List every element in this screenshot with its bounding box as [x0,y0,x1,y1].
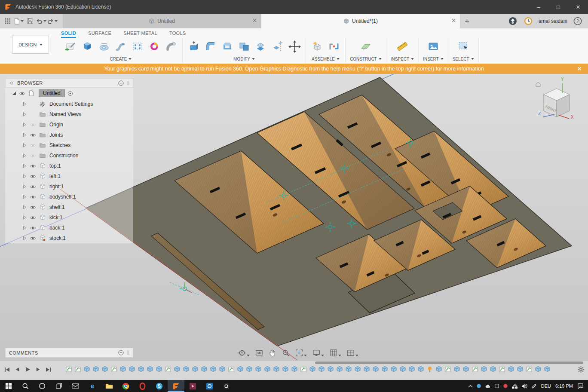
panel-grip-icon[interactable] [127,81,129,86]
body-feature-icon[interactable] [390,366,397,373]
body-feature-icon[interactable] [399,366,406,373]
body-feature-icon[interactable] [508,366,514,373]
move-copy-icon[interactable] [288,39,301,54]
language-indicator[interactable]: DEU [541,383,551,389]
body-feature-icon[interactable] [201,366,208,373]
body-feature-icon[interactable] [282,366,289,373]
body-feature-icon[interactable] [345,366,352,373]
body-feature-icon[interactable] [119,366,126,373]
visibility-eye-icon[interactable] [30,164,37,168]
ribbon-group-label[interactable]: CONSTRUCT [350,57,382,61]
browser-item-kick-1[interactable]: kick:1 [5,212,133,223]
browser-panel-header[interactable]: BROWSER [5,78,133,88]
body-feature-icon[interactable] [138,366,144,373]
save-button[interactable] [25,15,35,27]
body-feature-icon[interactable] [219,366,226,373]
display-settings-button[interactable] [312,348,325,358]
body-feature-icon[interactable] [535,366,542,373]
visibility-eye-icon[interactable] [30,205,37,210]
browser-item-back-1[interactable]: back:1 [5,223,133,233]
body-feature-icon[interactable] [92,366,99,373]
press-pull-icon[interactable] [187,39,201,54]
user-name[interactable]: amal saidani [539,18,567,24]
body-feature-icon[interactable] [435,366,442,373]
taskbar-app-blue-icon[interactable] [201,380,218,392]
sketch-feature-icon[interactable] [444,366,451,373]
visibility-eye-icon[interactable] [30,153,37,158]
expand-chevron-icon[interactable] [22,122,27,127]
grid-display-button[interactable] [329,348,342,358]
expand-chevron-icon[interactable] [22,133,27,137]
pipe-icon[interactable] [164,39,178,54]
browser-item-shelf-1[interactable]: shelf:1 [5,202,133,212]
sketch-feature-icon[interactable] [526,366,533,373]
close-tab-icon[interactable] [253,18,257,22]
body-feature-icon[interactable] [381,366,388,373]
ribbon-group-label[interactable]: SELECT [453,57,474,61]
taskbar-mail-icon[interactable] [67,380,84,392]
sketch-feature-icon[interactable] [499,366,505,373]
timeline-settings-gear-icon[interactable] [577,366,585,373]
ribbon-tab-surface[interactable]: SURFACE [88,28,111,38]
taskbar-fusion-360-icon[interactable] [168,380,184,392]
taskbar-skype-icon[interactable]: S [151,380,168,392]
browser-item-joints[interactable]: Joints [5,130,133,140]
action-center-icon[interactable] [577,383,584,389]
expand-chevron-icon[interactable] [22,226,27,230]
expand-chevron-icon[interactable] [22,184,27,189]
visibility-eye-icon[interactable] [19,91,26,96]
taskbar-task-view-icon[interactable] [50,380,67,392]
close-tab-icon[interactable] [452,18,456,22]
ribbon-group-label[interactable]: CREATE [110,57,132,61]
workspace-selector[interactable]: DESIGN [12,36,49,54]
body-feature-icon[interactable] [363,366,370,373]
body-feature-icon[interactable] [327,366,334,373]
body-feature-icon[interactable] [210,366,217,373]
pin-feature-icon[interactable] [426,366,433,373]
taskbar-clock[interactable]: 6:19 PM [555,383,573,389]
split-body-icon[interactable] [271,39,285,54]
expand-chevron-icon[interactable] [22,112,27,116]
body-feature-icon[interactable] [336,366,343,373]
pan-button[interactable] [268,348,277,358]
play-button[interactable] [24,367,31,372]
browser-item-bodyshelf-1[interactable]: bodyshelf:1 [5,192,133,202]
expand-triangle-icon[interactable] [12,91,16,95]
collapse-panel-icon[interactable] [9,81,14,85]
measure-icon[interactable] [395,39,409,54]
body-feature-icon[interactable] [490,366,496,373]
sketch-feature-icon[interactable] [165,366,172,373]
close-banner-icon[interactable]: ✕ [577,65,582,72]
body-feature-icon[interactable] [291,366,298,373]
ribbon-group-label[interactable]: INSPECT [391,57,414,61]
body-feature-icon[interactable] [156,366,162,373]
body-feature-icon[interactable] [192,366,199,373]
extrude-icon[interactable] [80,39,94,54]
comments-panel[interactable]: COMMENTS [5,348,133,358]
job-status-clock-icon[interactable] [523,15,533,27]
taskbar-chrome-icon[interactable] [117,380,134,392]
step-back-button[interactable] [15,367,20,372]
body-feature-icon[interactable] [309,366,316,373]
offset-face-icon[interactable] [254,39,268,54]
visibility-eye-icon[interactable] [30,215,37,220]
body-feature-icon[interactable] [246,366,253,373]
new-component-icon[interactable] [310,39,324,54]
visibility-eye-icon[interactable] [30,174,37,179]
pen-icon[interactable] [531,383,537,389]
construction-plane-icon[interactable] [359,39,373,54]
orbit-button[interactable] [237,348,251,358]
browser-item-stock-1[interactable]: stock:1 [5,233,133,243]
undo-button[interactable] [36,15,46,27]
ribbon-group-label[interactable]: INSERT [423,57,444,61]
expand-chevron-icon[interactable] [22,153,27,158]
activate-component-radio[interactable] [67,91,73,96]
step-forward-button[interactable] [35,367,41,372]
body-feature-icon[interactable] [83,366,90,373]
maximize-button[interactable]: □ [548,0,568,14]
close-button[interactable]: ✕ [568,0,588,14]
rectangular-pattern-icon[interactable] [131,39,144,54]
browser-item-construction[interactable]: Construction [5,150,133,161]
joint-icon[interactable] [327,39,341,54]
network-icon[interactable] [511,383,518,389]
